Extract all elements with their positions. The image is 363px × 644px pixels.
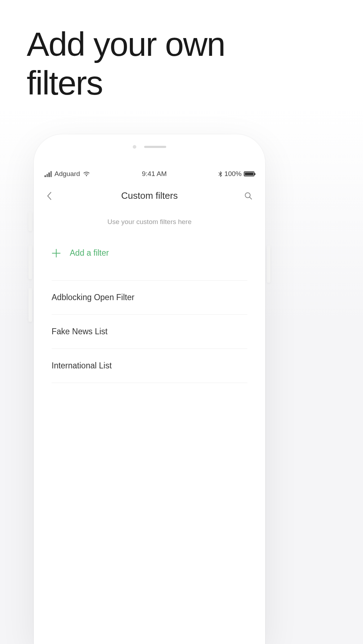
- phone-notch: [34, 134, 265, 159]
- phone-power-button: [267, 245, 270, 283]
- search-button[interactable]: [243, 192, 252, 200]
- battery-percent: 100%: [224, 170, 242, 178]
- carrier-label: Adguard: [54, 170, 80, 178]
- hero-title-line1: Add your own: [27, 25, 225, 64]
- phone-volume-down: [28, 288, 32, 322]
- filter-name: Fake News List: [52, 327, 107, 336]
- filters-list: Adblocking Open Filter Fake News List In…: [52, 280, 247, 383]
- phone-volume-up: [28, 245, 32, 279]
- filter-name: Adblocking Open Filter: [52, 293, 135, 302]
- chevron-left-icon: [47, 192, 52, 200]
- back-button[interactable]: [47, 192, 56, 200]
- filter-item[interactable]: Fake News List: [52, 314, 247, 348]
- wifi-icon: [83, 171, 90, 177]
- speaker-icon: [144, 146, 166, 148]
- camera-icon: [133, 145, 136, 149]
- nav-bar: Custom filters: [34, 181, 265, 210]
- subtitle: Use your custom filters here: [34, 210, 265, 238]
- plus-icon: [52, 249, 61, 258]
- bluetooth-icon: [219, 171, 222, 177]
- battery-icon: [244, 171, 254, 176]
- signal-icon: [44, 171, 52, 177]
- add-filter-label: Add a filter: [70, 248, 109, 258]
- phone-mute-switch: [28, 212, 32, 231]
- filter-item[interactable]: Adblocking Open Filter: [52, 280, 247, 314]
- hero-title: Add your own filters: [27, 25, 225, 103]
- search-icon: [244, 192, 252, 200]
- filter-item[interactable]: International List: [52, 348, 247, 383]
- status-bar: Adguard 9:41 AM 100%: [34, 159, 265, 181]
- hero-title-line2: filters: [27, 64, 225, 102]
- filter-name: International List: [52, 361, 112, 370]
- phone-frame: Adguard 9:41 AM 100% Custom filters Use …: [34, 134, 265, 644]
- add-filter-button[interactable]: Add a filter: [34, 238, 265, 268]
- status-time: 9:41 AM: [142, 170, 167, 178]
- page-title: Custom filters: [56, 190, 243, 201]
